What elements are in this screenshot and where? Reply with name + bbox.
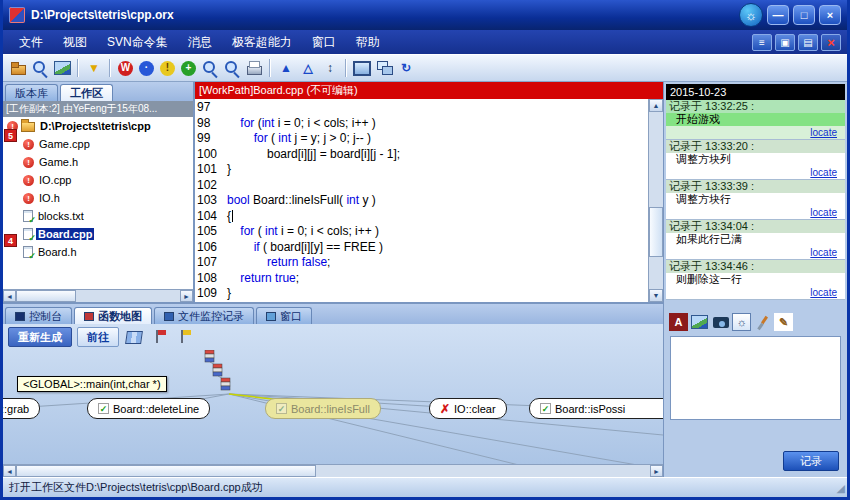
tab-窗口[interactable]: 窗口 (256, 307, 312, 324)
goto-button[interactable]: 前往 (77, 327, 119, 347)
scroll-right-button[interactable]: ► (180, 290, 193, 302)
sort-icon[interactable]: ↕ (320, 58, 340, 78)
scroll-track[interactable] (316, 465, 650, 477)
add-marker-icon[interactable]: + (181, 61, 196, 76)
function-node[interactable]: ✓::grab (3, 398, 40, 419)
function-node[interactable]: ✓Board::lineIsFull (265, 398, 381, 419)
line-number: 109 (197, 286, 227, 302)
code-line: 103bool Board::lineIsFull( int y ) (197, 193, 648, 209)
overview-map-icon[interactable] (124, 327, 144, 347)
close-button[interactable]: × (819, 5, 841, 25)
screwdriver-icon[interactable] (753, 313, 772, 331)
file-tree[interactable]: !D:\Projects\tetris\cpp!Game.cpp!Game.h!… (3, 117, 193, 289)
function-node[interactable]: ✗IO::clear (429, 398, 507, 419)
text-cursor (232, 210, 233, 222)
camera-icon[interactable] (711, 313, 730, 331)
arrow-up-outline-icon[interactable]: △ (298, 58, 318, 78)
scroll-thumb[interactable] (16, 290, 76, 302)
alert-icon: ! (23, 139, 34, 150)
function-node[interactable]: ✓Board::deleteLine (87, 398, 210, 419)
cross-icon: ✗ (440, 402, 450, 416)
image-icon[interactable] (52, 58, 72, 78)
scroll-thumb[interactable] (649, 207, 663, 257)
open-folder-icon[interactable] (8, 58, 28, 78)
tree-item[interactable]: Board.cpp (3, 225, 193, 243)
resize-grip[interactable]: ◢ (837, 482, 845, 495)
log-entry-text: 调整方块行 (666, 193, 845, 206)
tree-item[interactable]: !D:\Projects\tetris\cpp (3, 117, 193, 135)
search-icon[interactable] (30, 58, 50, 78)
caller-tree-icon[interactable] (149, 327, 169, 347)
scroll-right-button[interactable]: ► (650, 465, 663, 477)
locate-link[interactable]: locate (810, 287, 837, 298)
maximize-button[interactable]: □ (793, 5, 815, 25)
tab-函数地图[interactable]: 函数地图 (74, 307, 152, 324)
menu-item[interactable]: 文件 (9, 31, 53, 54)
message-panel-icon[interactable]: ▣ (775, 34, 795, 51)
word-marker-icon[interactable]: W (118, 61, 133, 76)
menu-item[interactable]: 帮助 (346, 31, 390, 54)
arrow-up-icon[interactable]: ▲ (276, 58, 296, 78)
zoom-out-icon[interactable] (222, 58, 242, 78)
document-check-icon (23, 246, 33, 258)
record-button[interactable]: 记录 (783, 451, 839, 471)
cascade-windows-icon[interactable] (374, 58, 394, 78)
function-node[interactable]: ✓Board::isPossi (529, 398, 663, 419)
gear-icon[interactable]: ☼ (732, 313, 751, 331)
locate-link[interactable]: locate (810, 207, 837, 218)
refresh-icon[interactable]: ↻ (396, 58, 416, 78)
zoom-in-icon[interactable] (200, 58, 220, 78)
output-panel-icon[interactable]: ▤ (798, 34, 818, 51)
font-icon[interactable]: A (669, 313, 688, 331)
locate-link[interactable]: locate (810, 247, 837, 258)
close-document-icon[interactable]: × (821, 34, 841, 51)
image-icon[interactable] (690, 313, 709, 331)
main-toolbar: ▼W·!+▲△↕↻ (3, 54, 847, 82)
tree-item[interactable]: !Game.cpp (3, 135, 193, 153)
tree-item[interactable]: blocks.txt (3, 207, 193, 225)
tree-item[interactable]: Board.h (3, 243, 193, 261)
tab-控制台[interactable]: 控制台 (5, 307, 72, 324)
code-line: 105 for ( int i = 0; i < cols; i++ ) (197, 224, 648, 240)
menu-item[interactable]: 窗口 (302, 31, 346, 54)
pencil-icon[interactable]: ✎ (774, 313, 793, 331)
warning-marker-icon[interactable]: ! (160, 61, 175, 76)
tab-版本库[interactable]: 版本库 (5, 84, 58, 101)
menu-item[interactable]: 视图 (53, 31, 97, 54)
function-graph[interactable]: <GLOBAL>::main(int,char *) ✓::grab✓Board… (3, 350, 663, 464)
editor-vscrollbar[interactable]: ▲ ▼ (648, 99, 663, 302)
tab-工作区[interactable]: 工作区 (60, 84, 113, 101)
note-box[interactable] (670, 336, 841, 420)
file-monitor-icon (164, 312, 174, 321)
scroll-thumb[interactable] (16, 465, 316, 477)
locate-link[interactable]: locate (810, 167, 837, 178)
tree-item[interactable]: !Game.h (3, 153, 193, 171)
callee-tree-icon[interactable] (174, 327, 194, 347)
top-row: 版本库工作区 [工作副本:2] 由YeFeng于15年08... !D:\Pro… (3, 82, 663, 302)
scroll-track[interactable] (649, 112, 663, 289)
tree-item[interactable]: !IO.h (3, 189, 193, 207)
scroll-down-button[interactable]: ▼ (649, 289, 663, 302)
filter-icon[interactable]: ▼ (84, 58, 104, 78)
scroll-left-button[interactable]: ◄ (3, 465, 16, 477)
menu-item[interactable]: 极客超能力 (222, 31, 302, 54)
locate-link[interactable]: locate (810, 127, 837, 138)
check-icon: ✓ (540, 403, 551, 414)
tree-hscrollbar[interactable]: ◄ ► (3, 289, 193, 302)
regenerate-button[interactable]: 重新生成 (8, 327, 72, 347)
time-marker-icon[interactable]: · (139, 61, 154, 76)
print-icon[interactable] (244, 58, 264, 78)
window-icon[interactable] (352, 58, 372, 78)
code-area[interactable]: 9798 for (int i = 0; i < cols; i++ )99 f… (195, 99, 648, 302)
scroll-left-button[interactable]: ◄ (3, 290, 16, 302)
menu-item[interactable]: SVN命令集 (97, 31, 178, 54)
minimize-button[interactable]: — (767, 5, 789, 25)
tree-item[interactable]: !IO.cpp (3, 171, 193, 189)
notes-icon[interactable]: ≡ (752, 34, 772, 51)
scroll-up-button[interactable]: ▲ (649, 99, 663, 112)
tab-文件监控记录[interactable]: 文件监控记录 (154, 307, 254, 324)
scroll-track[interactable] (76, 290, 180, 302)
settings-button[interactable]: ☼ (739, 3, 763, 27)
menu-item[interactable]: 消息 (178, 31, 222, 54)
graph-hscrollbar[interactable]: ◄ ► (3, 464, 663, 477)
